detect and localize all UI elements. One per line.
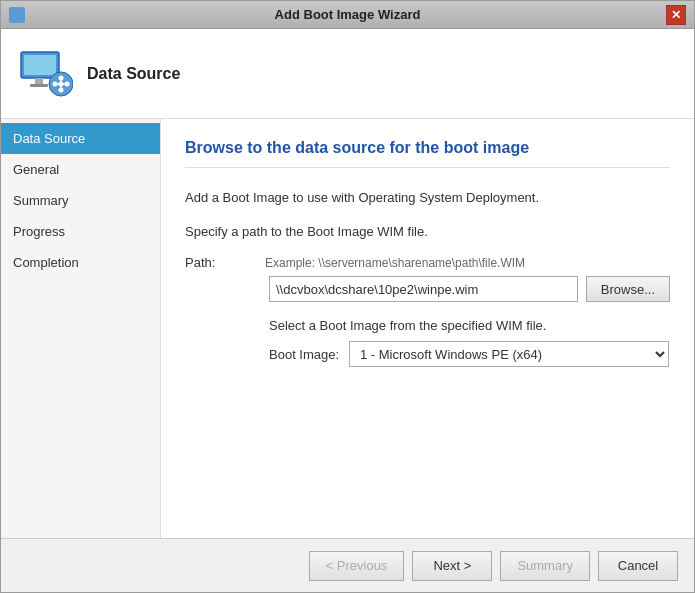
sidebar-item-general[interactable]: General [1,154,160,185]
boot-image-row: Boot Image: 1 - Microsoft Windows PE (x6… [269,341,670,367]
data-source-icon [17,46,73,102]
cancel-button[interactable]: Cancel [598,551,678,581]
previous-button[interactable]: < Previous [309,551,405,581]
description-2: Specify a path to the Boot Image WIM fil… [185,222,670,242]
svg-point-7 [53,81,58,86]
svg-rect-2 [35,78,43,85]
next-button[interactable]: Next > [412,551,492,581]
svg-point-11 [59,81,64,86]
sidebar-item-summary[interactable]: Summary [1,185,160,216]
boot-image-select[interactable]: 1 - Microsoft Windows PE (x64) [349,341,669,367]
svg-point-8 [65,81,70,86]
main-content: Browse to the data source for the boot i… [161,119,694,538]
sidebar-item-data-source[interactable]: Data Source [1,123,160,154]
path-label: Path: [185,255,265,270]
path-example: Example: \\servername\sharename\path\fil… [265,256,525,270]
close-button[interactable]: ✕ [666,5,686,25]
path-input[interactable] [269,276,578,302]
path-row: Browse... [269,276,670,302]
boot-image-label: Boot Image: [269,347,349,362]
summary-button[interactable]: Summary [500,551,590,581]
wizard-window: Add Boot Image Wizard ✕ [0,0,695,593]
sidebar-item-progress[interactable]: Progress [1,216,160,247]
browse-button[interactable]: Browse... [586,276,670,302]
svg-point-10 [59,87,64,92]
title-bar: Add Boot Image Wizard ✕ [1,1,694,29]
main-heading: Browse to the data source for the boot i… [185,139,670,168]
description-1: Add a Boot Image to use with Operating S… [185,188,670,208]
select-instruction: Select a Boot Image from the specified W… [269,318,670,333]
header-title: Data Source [87,65,180,83]
svg-rect-1 [24,55,56,75]
title-bar-icon [9,7,25,23]
content-area: Data Source General Summary Progress Com… [1,119,694,538]
title-bar-title: Add Boot Image Wizard [29,7,666,22]
sidebar: Data Source General Summary Progress Com… [1,119,161,538]
header-area: Data Source [1,29,694,119]
svg-point-9 [59,75,64,80]
sidebar-item-completion[interactable]: Completion [1,247,160,278]
footer: < Previous Next > Summary Cancel [1,538,694,592]
svg-rect-3 [30,84,48,87]
